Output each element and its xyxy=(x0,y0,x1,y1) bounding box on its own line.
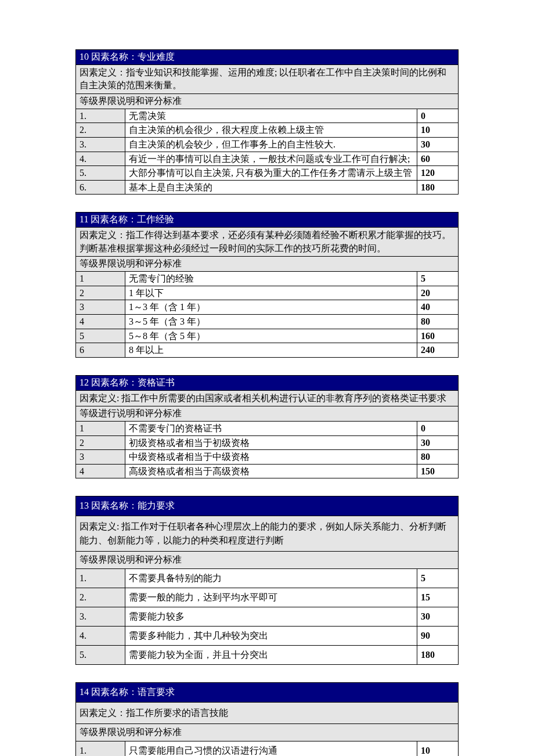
level-description: 基本上是自主决策的 xyxy=(125,180,417,195)
level-row: 3.自主决策的机会较少，但工作事务上的自主性较大.30 xyxy=(76,137,459,152)
level-index: 4 xyxy=(76,314,125,329)
level-index: 1. xyxy=(76,569,125,588)
factor-title: 11 因素名称：工作经验 xyxy=(76,213,459,228)
level-row: 4.需要多种能力，其中几种较为突出90 xyxy=(76,627,459,646)
level-score: 0 xyxy=(417,422,459,436)
level-header: 等级界限说明和评分标准 xyxy=(76,724,459,741)
level-index: 5 xyxy=(76,329,125,343)
level-score: 80 xyxy=(417,314,459,329)
level-score: 10 xyxy=(417,741,459,756)
level-score: 120 xyxy=(417,166,459,181)
level-index: 1. xyxy=(76,109,125,123)
factor-definition: 因素定义：指工作所要求的语言技能 xyxy=(76,703,459,724)
level-row: 2.自主决策的机会很少，很大程度上依赖上级主管10 xyxy=(76,123,459,138)
level-row: 21 年以下20 xyxy=(76,286,459,300)
level-score: 30 xyxy=(417,137,459,152)
level-score: 240 xyxy=(417,343,459,358)
level-row: 4.有近一半的事情可以自主决策，一般技术问题或专业工作可自行解决;60 xyxy=(76,152,459,166)
level-score: 0 xyxy=(417,109,459,123)
level-description: 5～8 年（含 5 年） xyxy=(125,329,417,343)
level-description: 需要能力较多 xyxy=(125,607,417,627)
level-index: 2 xyxy=(76,435,125,450)
level-score: 5 xyxy=(417,272,459,286)
factor-title: 12 因素名称：资格证书 xyxy=(76,375,459,390)
level-index: 6. xyxy=(76,180,125,195)
level-description: 中级资格或者相当于中级资格 xyxy=(125,450,417,465)
level-description: 3～5 年（含 3 年） xyxy=(125,314,417,329)
level-score: 15 xyxy=(417,588,459,607)
factor-definition: 因素定义: 指工作中所需要的由国家或者相关机构进行认证的非教育序列的资格类证书要… xyxy=(76,390,459,406)
level-score: 30 xyxy=(417,607,459,627)
level-description: 有近一半的事情可以自主决策，一般技术问题或专业工作可自行解决; xyxy=(125,152,417,166)
level-row: 31～3 年（含 1 年）40 xyxy=(76,300,459,315)
level-index: 1. xyxy=(76,741,125,756)
level-description: 无需专门的经验 xyxy=(125,272,417,286)
factors-container: 10 因素名称：专业难度因素定义：指专业知识和技能掌握、运用的难度; 以任职者在… xyxy=(75,49,459,756)
level-score: 150 xyxy=(417,464,459,478)
level-score: 160 xyxy=(417,329,459,343)
level-index: 5. xyxy=(76,646,125,665)
level-description: 无需决策 xyxy=(125,109,417,123)
level-row: 3.需要能力较多30 xyxy=(76,607,459,627)
level-score: 80 xyxy=(417,450,459,465)
level-index: 2. xyxy=(76,123,125,138)
level-description: 自主决策的机会很少，很大程度上依赖上级主管 xyxy=(125,123,417,138)
level-row: 1无需专门的经验5 xyxy=(76,272,459,286)
level-score: 30 xyxy=(417,435,459,450)
level-description: 大部分事情可以自主决策, 只有极为重大的工作任务才需请示上级主管 xyxy=(125,166,417,181)
level-index: 6 xyxy=(76,343,125,358)
level-row: 68 年以上240 xyxy=(76,343,459,358)
level-row: 1.只需要能用自己习惯的汉语进行沟通10 xyxy=(76,741,459,756)
level-index: 4. xyxy=(76,152,125,166)
level-score: 60 xyxy=(417,152,459,166)
level-score: 180 xyxy=(417,180,459,195)
level-description: 不需要专门的资格证书 xyxy=(125,422,417,436)
level-row: 4高级资格或者相当于高级资格150 xyxy=(76,464,459,478)
level-header: 等级界限说明和评分标准 xyxy=(76,552,459,569)
factor-table: 14 因素名称：语言要求因素定义：指工作所要求的语言技能等级界限说明和评分标准1… xyxy=(75,682,459,756)
factor-definition: 因素定义：指工作得达到基本要求，还必须有某种必须随着经验不断积累才能掌握的技巧。… xyxy=(76,228,459,257)
factor-definition: 因素定义: 指工作对于任职者各种心理层次上的能力的要求，例如人际关系能力、分析判… xyxy=(76,516,459,552)
level-index: 1 xyxy=(76,422,125,436)
level-score: 20 xyxy=(417,286,459,300)
level-header: 等级界限说明和评分标准 xyxy=(76,93,459,109)
level-index: 1 xyxy=(76,272,125,286)
level-index: 4 xyxy=(76,464,125,478)
level-score: 90 xyxy=(417,627,459,646)
factor-title: 13 因素名称：能力要求 xyxy=(76,496,459,516)
level-row: 6.基本上是自主决策的180 xyxy=(76,180,459,195)
level-description: 高级资格或者相当于高级资格 xyxy=(125,464,417,478)
level-row: 3中级资格或者相当于中级资格80 xyxy=(76,450,459,465)
level-description: 需要多种能力，其中几种较为突出 xyxy=(125,627,417,646)
level-row: 2.需要一般的能力，达到平均水平即可15 xyxy=(76,588,459,607)
level-row: 2初级资格或者相当于初级资格30 xyxy=(76,435,459,450)
factor-table: 12 因素名称：资格证书因素定义: 指工作中所需要的由国家或者相关机构进行认证的… xyxy=(75,375,459,479)
level-description: 自主决策的机会较少，但工作事务上的自主性较大. xyxy=(125,137,417,152)
level-score: 180 xyxy=(417,646,459,665)
level-row: 1.无需决策0 xyxy=(76,109,459,123)
level-index: 2. xyxy=(76,588,125,607)
level-header: 等级界限说明和评分标准 xyxy=(76,257,459,272)
level-description: 需要一般的能力，达到平均水平即可 xyxy=(125,588,417,607)
factor-table: 10 因素名称：专业难度因素定义：指专业知识和技能掌握、运用的难度; 以任职者在… xyxy=(75,49,459,195)
level-row: 43～5 年（含 3 年）80 xyxy=(76,314,459,329)
level-description: 不需要具备特别的能力 xyxy=(125,569,417,588)
factor-table: 13 因素名称：能力要求因素定义: 指工作对于任职者各种心理层次上的能力的要求，… xyxy=(75,496,459,665)
level-index: 3 xyxy=(76,300,125,315)
level-description: 1 年以下 xyxy=(125,286,417,300)
factor-title: 10 因素名称：专业难度 xyxy=(76,50,459,65)
level-header: 等级进行说明和评分标准 xyxy=(76,406,459,422)
factor-title: 14 因素名称：语言要求 xyxy=(76,683,459,703)
level-index: 4. xyxy=(76,627,125,646)
level-description: 8 年以上 xyxy=(125,343,417,358)
level-description: 需要能力较为全面，并且十分突出 xyxy=(125,646,417,665)
level-score: 5 xyxy=(417,569,459,588)
level-score: 40 xyxy=(417,300,459,315)
factor-definition: 因素定义：指专业知识和技能掌握、运用的难度; 以任职者在工作中自主决策时间的比例… xyxy=(76,65,459,94)
factor-table: 11 因素名称：工作经验因素定义：指工作得达到基本要求，还必须有某种必须随着经验… xyxy=(75,212,459,357)
level-index: 3. xyxy=(76,607,125,627)
level-description: 只需要能用自己习惯的汉语进行沟通 xyxy=(125,741,417,756)
level-index: 3 xyxy=(76,450,125,465)
level-index: 3. xyxy=(76,137,125,152)
level-description: 1～3 年（含 1 年） xyxy=(125,300,417,315)
